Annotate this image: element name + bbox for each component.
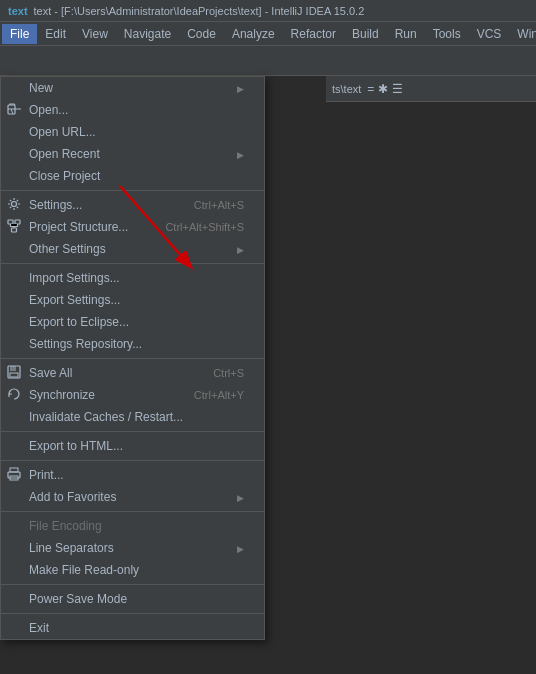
menu-item-close-project[interactable]: Close Project: [1, 165, 264, 187]
open-label: Open...: [29, 103, 68, 117]
svg-rect-8: [10, 468, 18, 472]
close-project-label: Close Project: [29, 169, 100, 183]
menu-item-open[interactable]: Open...: [1, 99, 264, 121]
right-panel-header: ts\text = ✱ ☰: [326, 76, 536, 102]
synchronize-shortcut: Ctrl+Alt+Y: [194, 389, 244, 401]
invalidate-caches-label: Invalidate Caches / Restart...: [29, 410, 183, 424]
print-label: Print...: [29, 468, 64, 482]
menu-item-power-save[interactable]: Power Save Mode: [1, 588, 264, 610]
menu-run[interactable]: Run: [387, 24, 425, 44]
save-all-label: Save All: [29, 366, 72, 380]
equals-icon[interactable]: =: [367, 82, 374, 96]
file-encoding-label: File Encoding: [29, 519, 102, 533]
separator-2: [1, 263, 264, 264]
menu-vcs[interactable]: VCS: [469, 24, 510, 44]
menu-item-open-recent[interactable]: Open Recent: [1, 143, 264, 165]
svg-point-1: [12, 201, 17, 206]
sync-icon: [7, 387, 21, 404]
power-save-label: Power Save Mode: [29, 592, 127, 606]
lines-icon[interactable]: ☰: [392, 82, 403, 96]
open-folder-icon: [7, 101, 23, 120]
svg-rect-3: [15, 220, 20, 224]
menu-item-synchronize[interactable]: Synchronize Ctrl+Alt+Y: [1, 384, 264, 406]
synchronize-label: Synchronize: [29, 388, 95, 402]
dropdown-menu-container: New Open... Open URL... Open Recent Clos…: [0, 76, 265, 640]
title-bar-text: text - [F:\Users\Administrator\IdeaProje…: [34, 5, 365, 17]
save-all-shortcut: Ctrl+S: [213, 367, 244, 379]
project-structure-label: Project Structure...: [29, 220, 128, 234]
other-settings-label: Other Settings: [29, 242, 106, 256]
import-settings-label: Import Settings...: [29, 271, 120, 285]
panel-path: ts\text: [332, 83, 361, 95]
settings-shortcut: Ctrl+Alt+S: [194, 199, 244, 211]
menu-build[interactable]: Build: [344, 24, 387, 44]
settings-repository-label: Settings Repository...: [29, 337, 142, 351]
menu-analyze[interactable]: Analyze: [224, 24, 283, 44]
line-separators-arrow: [237, 541, 244, 555]
title-bar-icon: text: [8, 5, 28, 17]
other-settings-arrow: [237, 242, 244, 256]
menu-refactor[interactable]: Refactor: [283, 24, 344, 44]
add-favorites-arrow: [237, 490, 244, 504]
menu-item-new[interactable]: New: [1, 77, 264, 99]
new-label: New: [29, 81, 53, 95]
project-structure-icon: [7, 219, 21, 236]
settings-label: Settings...: [29, 198, 82, 212]
menu-item-print[interactable]: Print...: [1, 464, 264, 486]
menu-code[interactable]: Code: [179, 24, 224, 44]
menu-item-exit[interactable]: Exit: [1, 617, 264, 639]
print-icon: [7, 467, 21, 484]
export-eclipse-label: Export to Eclipse...: [29, 315, 129, 329]
separator-1: [1, 190, 264, 191]
menu-item-save-all[interactable]: Save All Ctrl+S: [1, 362, 264, 384]
menu-item-import-settings[interactable]: Import Settings...: [1, 267, 264, 289]
menu-file[interactable]: File: [2, 24, 37, 44]
open-url-label: Open URL...: [29, 125, 96, 139]
menu-edit[interactable]: Edit: [37, 24, 74, 44]
menu-item-export-html[interactable]: Export to HTML...: [1, 435, 264, 457]
panel-icons: = ✱ ☰: [367, 82, 403, 96]
menu-item-settings[interactable]: Settings... Ctrl+Alt+S: [1, 194, 264, 216]
menu-item-line-separators[interactable]: Line Separators: [1, 537, 264, 559]
open-recent-label: Open Recent: [29, 147, 100, 161]
separator-3: [1, 358, 264, 359]
export-html-label: Export to HTML...: [29, 439, 123, 453]
title-bar: text text - [F:\Users\Administrator\Idea…: [0, 0, 536, 22]
svg-rect-6: [10, 366, 16, 371]
svg-rect-4: [12, 228, 17, 232]
toolbar: [0, 46, 536, 76]
menu-item-invalidate-caches[interactable]: Invalidate Caches / Restart...: [1, 406, 264, 428]
menu-item-add-favorites[interactable]: Add to Favorites: [1, 486, 264, 508]
svg-rect-2: [8, 220, 13, 224]
asterisk-icon[interactable]: ✱: [378, 82, 388, 96]
menu-item-file-encoding: File Encoding: [1, 515, 264, 537]
menu-item-make-readonly[interactable]: Make File Read-only: [1, 559, 264, 581]
exit-label: Exit: [29, 621, 49, 635]
save-icon: [7, 365, 21, 382]
menu-navigate[interactable]: Navigate: [116, 24, 179, 44]
menu-tools[interactable]: Tools: [425, 24, 469, 44]
settings-icon: [7, 197, 21, 214]
menu-item-export-settings[interactable]: Export Settings...: [1, 289, 264, 311]
menu-window[interactable]: Window: [509, 24, 536, 44]
line-separators-label: Line Separators: [29, 541, 114, 555]
separator-4: [1, 431, 264, 432]
separator-7: [1, 584, 264, 585]
menu-view[interactable]: View: [74, 24, 116, 44]
svg-rect-7: [10, 373, 18, 377]
new-submenu-arrow: [237, 81, 244, 95]
export-settings-label: Export Settings...: [29, 293, 120, 307]
project-structure-shortcut: Ctrl+Alt+Shift+S: [165, 221, 244, 233]
menu-item-project-structure[interactable]: Project Structure... Ctrl+Alt+Shift+S: [1, 216, 264, 238]
open-recent-arrow: [237, 147, 244, 161]
add-favorites-label: Add to Favorites: [29, 490, 116, 504]
menu-bar: File Edit View Navigate Code Analyze Ref…: [0, 22, 536, 46]
menu-item-settings-repository[interactable]: Settings Repository...: [1, 333, 264, 355]
separator-8: [1, 613, 264, 614]
separator-6: [1, 511, 264, 512]
menu-item-open-url[interactable]: Open URL...: [1, 121, 264, 143]
menu-item-other-settings[interactable]: Other Settings: [1, 238, 264, 260]
menu-item-export-eclipse[interactable]: Export to Eclipse...: [1, 311, 264, 333]
file-dropdown-menu: New Open... Open URL... Open Recent Clos…: [0, 76, 265, 640]
make-readonly-label: Make File Read-only: [29, 563, 139, 577]
